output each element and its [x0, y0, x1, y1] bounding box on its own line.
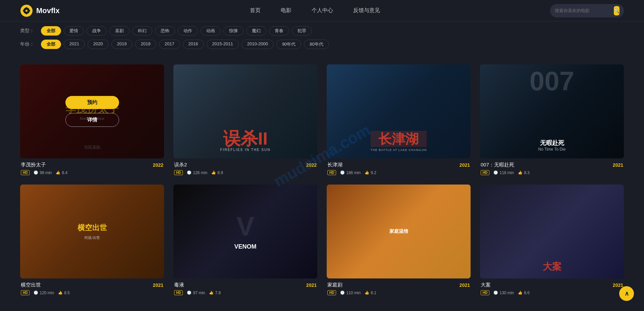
movie-card-1[interactable]: 李茂扮太子 Another Prince 宫廷喜剧 预约 详情 李茂扮太子 20…: [20, 64, 164, 175]
thumb-icon-6: 👍: [209, 291, 214, 295]
movie-card-5[interactable]: 横空出世 对战·出世 预约 详情 横空出世 2021 HD 🕐 120 min …: [20, 185, 164, 295]
detail-button-8[interactable]: 详情: [525, 233, 579, 247]
detail-button-1[interactable]: 详情: [65, 113, 119, 127]
genre-filter-label: 类型：: [20, 28, 37, 34]
nav-home[interactable]: 首页: [250, 7, 261, 14]
year-tag-2016[interactable]: 2016: [183, 40, 204, 49]
duration-2: 🕐 126 min: [187, 170, 207, 175]
movie-card-2[interactable]: 误杀II FIREFLIES IN THE SUN 预约 详情 误杀2 2022…: [173, 64, 317, 175]
thumb-icon-2: 👍: [211, 170, 216, 175]
year-tag-2015-2011[interactable]: 2015-2011: [207, 40, 239, 49]
main-nav: 首页 电影 个人中心 反馈与意见: [80, 7, 550, 14]
thumb-icon-1: 👍: [56, 170, 60, 175]
movie-title-row-7: 家庭剧 2021: [327, 282, 470, 288]
genre-filter-row: 类型： 全部 爱情 战争 喜剧 科幻 恐怖 动作 动画 惊悚 魔幻 青春 犯罪: [20, 26, 624, 36]
movie-year-5: 2021: [153, 282, 163, 288]
search-input[interactable]: [555, 8, 611, 13]
thumb-icon-4: 👍: [518, 170, 523, 175]
detail-button-5[interactable]: 详情: [65, 233, 119, 247]
movie-title-row-3: 长津湖 2021: [327, 162, 470, 168]
year-tag-2018[interactable]: 2018: [135, 40, 156, 49]
nav-profile[interactable]: 个人中心: [312, 7, 333, 14]
year-tag-2010-2000[interactable]: 2010-2000: [241, 40, 274, 49]
movie-meta-4: HD 🕐 118 min 👍 8.3: [481, 170, 623, 175]
reserve-button-4[interactable]: 预约: [525, 96, 579, 109]
year-tag-2017[interactable]: 2017: [159, 40, 180, 49]
reserve-button-1[interactable]: 预约: [65, 96, 119, 109]
year-tag-2021[interactable]: 2021: [64, 40, 85, 49]
genre-tag-crime[interactable]: 犯罪: [292, 26, 312, 36]
genre-tag-scifi[interactable]: 科幻: [132, 26, 152, 36]
clock-icon-6: 🕐: [187, 291, 192, 295]
movie-grid: 李茂扮太子 Another Prince 宫廷喜剧 预约 详情 李茂扮太子 20…: [0, 58, 644, 302]
hd-badge-8: HD: [481, 290, 489, 295]
duration-6: 🕐 97 min: [187, 291, 205, 295]
movie-card-3[interactable]: 长津湖 THE BATTLE AT LAKE CHANGJIN 预约 详情 长津…: [327, 64, 471, 175]
hd-badge-3: HD: [327, 170, 336, 175]
movie-title-4: 007：无暇赴死: [481, 162, 514, 168]
duration-1: 🕐 98 min: [34, 170, 52, 175]
genre-tag-fantasy[interactable]: 魔幻: [246, 26, 266, 36]
movie-info-5: 横空出世 2021 HD 🕐 120 min 👍 8.5: [20, 282, 164, 295]
nav-feedback[interactable]: 反馈与意见: [353, 7, 380, 14]
reserve-button-5[interactable]: 预约: [65, 216, 119, 229]
header: Movflx 首页 电影 个人中心 反馈与意见 🔍: [0, 0, 644, 21]
hd-badge-1: HD: [21, 170, 30, 175]
detail-button-2[interactable]: 详情: [219, 113, 272, 127]
reserve-button-3[interactable]: 预约: [372, 96, 426, 109]
scroll-top-button[interactable]: ∧: [619, 286, 634, 301]
movie-year-8: 2021: [613, 282, 623, 288]
reserve-button-2[interactable]: 预约: [219, 96, 272, 109]
movie-hover-overlay-1: 预约 详情: [20, 64, 164, 158]
year-tag-80s[interactable]: 80年代: [304, 40, 329, 49]
movie-card-6[interactable]: V VENOM 预约 详情 毒液 2021 HD 🕐 97 min 👍: [173, 185, 317, 295]
movie-poster-8: 大案 预约 详情: [480, 185, 624, 278]
duration-5: 🕐 120 min: [34, 291, 54, 295]
detail-button-4[interactable]: 详情: [525, 113, 579, 127]
movie-meta-8: HD 🕐 130 min 👍 8.6: [481, 290, 623, 295]
year-tag-2019[interactable]: 2019: [111, 40, 132, 49]
thumb-icon-7: 👍: [365, 291, 369, 295]
movie-card-4[interactable]: 007 无暇赴死 No Time To Die 预约 详情 007：无暇赴死 2…: [480, 64, 624, 175]
movie-card-7[interactable]: 家庭温情 预约 详情 家庭剧 2021 HD 🕐 110 min 👍 8.1: [327, 185, 471, 295]
movie-poster-5: 横空出世 对战·出世 预约 详情: [20, 185, 164, 278]
genre-tag-action[interactable]: 动作: [178, 26, 198, 36]
movie-info-1: 李茂扮太子 2022 HD 🕐 98 min 👍 8.4: [20, 162, 164, 175]
logo[interactable]: Movflx: [20, 4, 60, 17]
movie-year-7: 2021: [460, 282, 470, 288]
duration-4: 🕐 118 min: [493, 170, 514, 175]
genre-tag-animation[interactable]: 动画: [201, 26, 221, 36]
movie-info-4: 007：无暇赴死 2021 HD 🕐 118 min 👍 8.3: [480, 162, 624, 175]
genre-tag-comedy[interactable]: 喜剧: [109, 26, 129, 36]
search-button[interactable]: 🔍: [614, 6, 620, 15]
genre-tags: 全部 爱情 战争 喜剧 科幻 恐怖 动作 动画 惊悚 魔幻 青春 犯罪: [41, 26, 312, 36]
movie-poster-6: V VENOM 预约 详情: [173, 185, 317, 278]
detail-button-3[interactable]: 详情: [372, 113, 426, 127]
reserve-button-7[interactable]: 预约: [372, 216, 426, 229]
year-tag-90s[interactable]: 90年代: [276, 40, 301, 49]
rating-1: 👍 8.4: [56, 170, 67, 175]
genre-tag-war[interactable]: 战争: [87, 26, 107, 36]
clock-icon-1: 🕐: [34, 170, 38, 175]
movie-info-6: 毒液 2021 HD 🕐 97 min 👍 7.8: [173, 282, 317, 295]
genre-tag-horror[interactable]: 恐怖: [155, 26, 175, 36]
nav-movies[interactable]: 电影: [281, 7, 291, 14]
genre-tag-youth[interactable]: 青春: [269, 26, 289, 36]
detail-button-7[interactable]: 详情: [372, 233, 426, 247]
reserve-button-8[interactable]: 预约: [525, 216, 579, 229]
logo-icon: [20, 4, 33, 17]
movie-title-8: 大案: [481, 282, 491, 288]
rating-4: 👍 8.3: [518, 170, 530, 175]
genre-tag-all[interactable]: 全部: [41, 26, 61, 36]
genre-tag-thriller[interactable]: 惊悚: [223, 26, 244, 36]
year-tag-2020[interactable]: 2020: [88, 40, 109, 49]
genre-tag-love[interactable]: 爱情: [64, 26, 84, 36]
year-tags: 全部 2021 2020 2019 2018 2017 2016 2015-20…: [41, 40, 329, 49]
logo-text: Movflx: [36, 6, 60, 15]
movie-title-6: 毒液: [174, 282, 184, 288]
year-tag-all[interactable]: 全部: [41, 40, 61, 49]
reserve-button-6[interactable]: 预约: [219, 216, 272, 229]
movie-card-8[interactable]: 大案 预约 详情 大案 2021 HD 🕐 130 min 👍 8.6: [480, 185, 624, 295]
detail-button-6[interactable]: 详情: [219, 233, 272, 247]
movie-title-5: 横空出世: [21, 282, 41, 288]
